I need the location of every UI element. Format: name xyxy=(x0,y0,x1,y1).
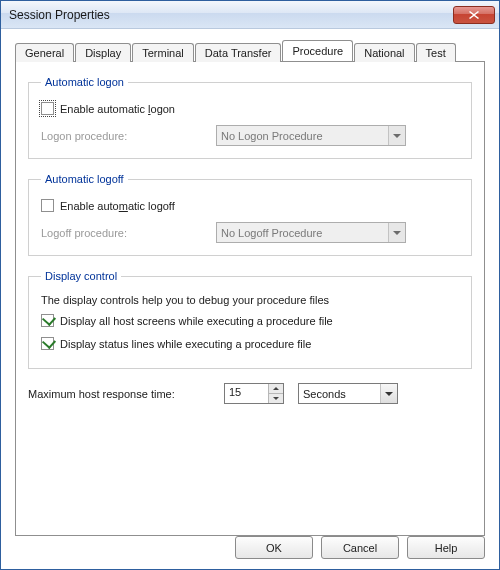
spinner-buttons xyxy=(268,384,283,403)
checkbox-display-all-host[interactable] xyxy=(41,314,54,327)
dialog-button-bar: OK Cancel Help xyxy=(235,536,485,559)
tab-test[interactable]: Test xyxy=(416,43,456,62)
chevron-down-icon xyxy=(388,223,405,242)
group-legend-logoff: Automatic logoff xyxy=(41,173,128,185)
select-logoff-procedure-value: No Logoff Procedure xyxy=(221,227,322,239)
checkbox-enable-logon[interactable] xyxy=(41,102,54,115)
close-button[interactable] xyxy=(453,6,495,24)
row-max-response-time: Maximum host response time: 15 Seconds xyxy=(28,383,472,404)
select-logon-procedure[interactable]: No Logon Procedure xyxy=(216,125,406,146)
select-response-unit[interactable]: Seconds xyxy=(298,383,398,404)
label-display-all-host: Display all host screens while executing… xyxy=(60,315,333,327)
titlebar: Session Properties xyxy=(1,1,499,29)
label-logoff-procedure: Logoff procedure: xyxy=(41,227,216,239)
label-display-status-lines: Display status lines while executing a p… xyxy=(60,338,311,350)
display-control-help-text: The display controls help you to debug y… xyxy=(41,294,459,306)
label-enable-logon: Enable automatic logon xyxy=(60,103,175,115)
checkbox-display-status-lines[interactable] xyxy=(41,337,54,350)
tab-bar: General Display Terminal Data Transfer P… xyxy=(15,39,485,61)
tab-national[interactable]: National xyxy=(354,43,414,62)
spinner-max-response-time[interactable]: 15 xyxy=(224,383,284,404)
group-display-control: Display control The display controls hel… xyxy=(28,270,472,369)
cancel-button[interactable]: Cancel xyxy=(321,536,399,559)
group-automatic-logon: Automatic logon Enable automatic logon L… xyxy=(28,76,472,159)
tab-procedure[interactable]: Procedure xyxy=(282,40,353,61)
tab-data-transfer[interactable]: Data Transfer xyxy=(195,43,282,62)
close-icon xyxy=(469,11,479,19)
select-logon-procedure-value: No Logon Procedure xyxy=(221,130,323,142)
tab-general[interactable]: General xyxy=(15,43,74,62)
group-legend-logon: Automatic logon xyxy=(41,76,128,88)
tab-display[interactable]: Display xyxy=(75,43,131,62)
group-legend-display-control: Display control xyxy=(41,270,121,282)
select-response-unit-value: Seconds xyxy=(303,388,346,400)
window-title: Session Properties xyxy=(9,8,453,22)
spinner-down-button[interactable] xyxy=(269,393,283,403)
label-max-response-time: Maximum host response time: xyxy=(28,388,224,400)
help-button[interactable]: Help xyxy=(407,536,485,559)
spinner-value[interactable]: 15 xyxy=(225,384,268,403)
session-properties-window: Session Properties General Display Termi… xyxy=(0,0,500,570)
checkbox-enable-logoff[interactable] xyxy=(41,199,54,212)
spinner-up-button[interactable] xyxy=(269,384,283,393)
group-automatic-logoff: Automatic logoff Enable automatic logoff… xyxy=(28,173,472,256)
tab-panel-procedure: Automatic logon Enable automatic logon L… xyxy=(15,61,485,536)
ok-button[interactable]: OK xyxy=(235,536,313,559)
tab-terminal[interactable]: Terminal xyxy=(132,43,194,62)
chevron-down-icon xyxy=(380,384,397,403)
select-logoff-procedure[interactable]: No Logoff Procedure xyxy=(216,222,406,243)
label-logon-procedure: Logon procedure: xyxy=(41,130,216,142)
label-enable-logoff: Enable automatic logoff xyxy=(60,200,175,212)
chevron-down-icon xyxy=(388,126,405,145)
